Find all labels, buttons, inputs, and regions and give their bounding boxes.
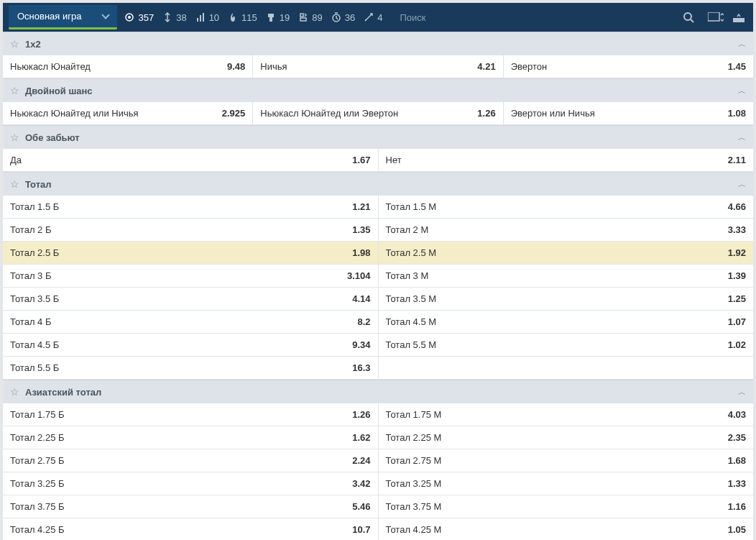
odds-value: 10.7	[352, 524, 370, 535]
chevron-up-icon: ︿	[738, 387, 746, 398]
search-button[interactable]	[678, 7, 699, 27]
market-title: Обе забьют	[25, 132, 80, 143]
flame-icon	[228, 12, 238, 22]
market-group: ☆Обе забьют︿Да1.67Нет2.11	[3, 125, 753, 172]
market-header-left: ☆Тотал	[10, 178, 52, 190]
filter-item[interactable]: 38	[158, 12, 190, 23]
odds-row: Тотал 3.75 Б5.46Тотал 3.75 М1.16	[3, 495, 753, 518]
odds-row: Тотал 1.5 Б1.21Тотал 1.5 М4.66	[3, 196, 753, 219]
svg-rect-2	[197, 18, 198, 22]
star-icon[interactable]: ☆	[10, 386, 19, 398]
search-input[interactable]	[395, 8, 678, 27]
filter-item[interactable]: 89	[294, 12, 326, 23]
filter-item[interactable]: 10	[191, 12, 223, 23]
layout-toggle-button[interactable]	[707, 10, 724, 24]
odds-cell	[379, 357, 754, 379]
market-type-dropdown[interactable]: Основная игра	[9, 5, 117, 29]
odds-label: Тотал 5.5 Б	[10, 362, 59, 373]
market-group: ☆Тотал︿Тотал 1.5 Б1.21Тотал 1.5 М4.66Тот…	[3, 172, 753, 380]
odds-cell[interactable]: Ньюкасл Юнайтед или Эвертон1.26	[253, 102, 503, 124]
odds-label: Тотал 3.25 Б	[10, 478, 65, 489]
search-icon	[683, 12, 694, 23]
odds-cell[interactable]: Ньюкасл Юнайтед или Ничья2.925	[3, 102, 253, 124]
odds-cell[interactable]: Тотал 4.5 М1.07	[379, 311, 754, 333]
odds-value: 4.03	[728, 409, 746, 420]
star-icon[interactable]: ☆	[10, 85, 19, 96]
market-header[interactable]: ☆Азиатский тотал︿	[3, 380, 753, 403]
odds-cell[interactable]: Эвертон или Ничья1.08	[504, 102, 753, 124]
odds-cell[interactable]: Эвертон1.45	[504, 55, 753, 78]
chevron-up-icon: ︿	[738, 179, 746, 190]
odds-value: 4.14	[352, 293, 370, 304]
odds-cell[interactable]: Да1.67	[3, 149, 379, 171]
odds-cell[interactable]: Тотал 2.5 М1.92	[379, 242, 754, 264]
odds-cell[interactable]: Тотал 1.75 Б1.26	[3, 403, 379, 426]
odds-value: 9.48	[227, 61, 245, 72]
odds-cell[interactable]: Тотал 4 Б8.2	[3, 311, 379, 333]
odds-cell[interactable]: Тотал 2.25 Б1.62	[3, 426, 379, 449]
filter-item[interactable]: 115	[223, 12, 262, 23]
odds-cell[interactable]: Тотал 5.5 М1.02	[379, 334, 754, 356]
odds-cell[interactable]: Тотал 2 М3.33	[379, 219, 754, 241]
odds-value: 1.92	[728, 247, 746, 258]
odds-value: 1.33	[728, 478, 746, 489]
odds-cell[interactable]: Ньюкасл Юнайтед9.48	[3, 55, 253, 78]
odds-cell[interactable]: Тотал 3.25 М1.33	[379, 472, 754, 495]
filter-count: 89	[312, 12, 322, 23]
svg-point-6	[365, 19, 367, 21]
svg-point-7	[684, 13, 691, 20]
odds-row: Тотал 2.5 Б1.98Тотал 2.5 М1.92	[3, 242, 753, 265]
odds-label: Нет	[386, 155, 402, 165]
expand-button[interactable]	[730, 10, 747, 24]
odds-cell[interactable]: Ничья4.21	[253, 55, 503, 78]
svg-rect-10	[733, 18, 745, 22]
svg-rect-4	[203, 13, 204, 22]
odds-cell[interactable]: Тотал 3.75 Б5.46	[3, 495, 379, 518]
market-header-left: ☆Двойной шанс	[10, 85, 93, 96]
odds-cell[interactable]: Тотал 1.5 М4.66	[379, 196, 754, 218]
odds-cell[interactable]: Тотал 4.25 Б10.7	[3, 518, 379, 540]
odds-label: Тотал 3 М	[386, 270, 429, 281]
odds-cell[interactable]: Тотал 4.25 М1.05	[379, 518, 754, 540]
market-header-left: ☆1x2	[10, 38, 41, 50]
odds-label: Тотал 3.5 Б	[10, 293, 59, 304]
odds-cell[interactable]: Тотал 2.5 Б1.98	[3, 242, 379, 264]
market-title: Двойной шанс	[25, 86, 93, 96]
filter-item[interactable]: 357	[120, 12, 158, 23]
odds-label: Тотал 3.75 М	[386, 501, 442, 512]
odds-cell[interactable]: Тотал 3.75 М1.16	[379, 495, 754, 518]
odds-cell[interactable]: Тотал 3.5 Б4.14	[3, 288, 379, 310]
odds-label: Тотал 1.5 М	[386, 201, 437, 212]
odds-cell[interactable]: Тотал 3.25 Б3.42	[3, 472, 379, 495]
odds-label: Тотал 1.5 Б	[10, 201, 59, 212]
star-icon[interactable]: ☆	[10, 132, 19, 143]
odds-label: Тотал 2.25 М	[386, 432, 442, 443]
odds-cell[interactable]: Тотал 5.5 Б16.3	[3, 357, 379, 379]
shirt-icon	[266, 12, 276, 22]
odds-cell[interactable]: Тотал 3.5 М1.25	[379, 288, 754, 310]
odds-cell[interactable]: Тотал 3 Б3.104	[3, 265, 379, 287]
odds-label: Тотал 1.75 Б	[10, 409, 65, 420]
odds-label: Тотал 2.75 Б	[10, 455, 65, 466]
market-header[interactable]: ☆Тотал︿	[3, 173, 753, 196]
filter-item[interactable]: 19	[262, 12, 294, 23]
odds-cell[interactable]: Тотал 2.75 М1.68	[379, 449, 754, 472]
market-group: ☆Азиатский тотал︿Тотал 1.75 Б1.26Тотал 1…	[3, 380, 753, 540]
odds-cell[interactable]: Тотал 3 М1.39	[379, 265, 754, 287]
filter-item[interactable]: 4	[359, 12, 387, 23]
star-icon[interactable]: ☆	[10, 38, 19, 50]
filter-item[interactable]: 36	[327, 12, 359, 23]
odds-cell[interactable]: Тотал 1.5 Б1.21	[3, 196, 379, 218]
market-header[interactable]: ☆Обе забьют︿	[3, 126, 753, 149]
market-title: Тотал	[25, 179, 52, 190]
market-header[interactable]: ☆1x2︿	[3, 32, 753, 55]
odds-cell[interactable]: Тотал 4.5 Б9.34	[3, 334, 379, 356]
odds-label: Тотал 4.25 М	[386, 524, 442, 535]
star-icon[interactable]: ☆	[10, 178, 19, 190]
odds-cell[interactable]: Нет2.11	[379, 149, 754, 171]
odds-cell[interactable]: Тотал 1.75 М4.03	[379, 403, 754, 426]
odds-cell[interactable]: Тотал 2 Б1.35	[3, 219, 379, 241]
market-header[interactable]: ☆Двойной шанс︿	[3, 79, 753, 102]
odds-cell[interactable]: Тотал 2.25 М2.35	[379, 426, 754, 449]
odds-cell[interactable]: Тотал 2.75 Б2.24	[3, 449, 379, 472]
